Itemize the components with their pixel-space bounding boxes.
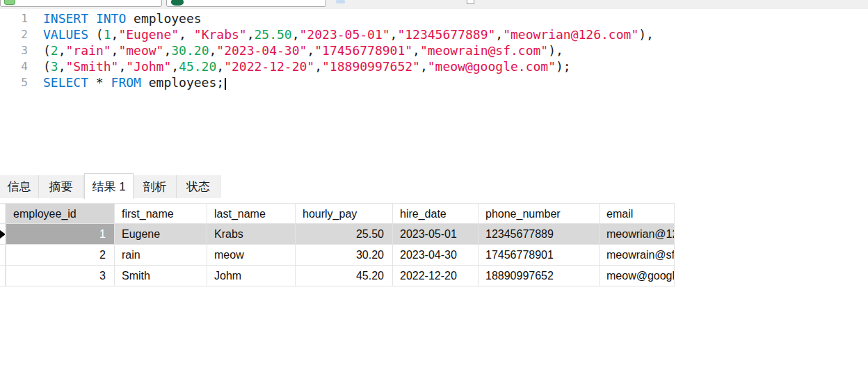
sql-token-pl (88, 11, 96, 26)
line-number: 3 (0, 42, 33, 58)
column-header-hourly_pay[interactable]: hourly_pay (296, 203, 393, 224)
sql-token-pl: , (495, 27, 503, 42)
cell-employee_id[interactable]: 3 (6, 266, 115, 286)
cell-hourly_pay[interactable]: 25.50 (296, 224, 393, 245)
grid-header-gutter (0, 203, 6, 224)
row-gutter (0, 224, 6, 245)
sql-token-pl: , (58, 59, 66, 74)
row-gutter (0, 245, 6, 266)
tab-剖析[interactable]: 剖析 (134, 175, 177, 198)
sql-token-num: 45.20 (179, 59, 216, 74)
cell-phone_number[interactable]: 18890997652 (479, 266, 600, 286)
cell-employee_id[interactable]: 1 (6, 224, 115, 245)
cell-phone_number[interactable]: 12345677889 (479, 224, 600, 245)
sql-token-str: "Krabs" (194, 27, 247, 42)
current-row-indicator (0, 230, 6, 238)
code-text: (2,"rain","meow",30.20,"2023-04-30","174… (33, 42, 563, 58)
cell-first_name[interactable]: rain (115, 245, 207, 266)
cell-employee_id[interactable]: 2 (6, 245, 115, 266)
cell-email[interactable]: meowrain@sf.com (600, 245, 675, 266)
cell-last_name[interactable]: Krabs (207, 224, 296, 245)
sql-token-pl: , (163, 43, 171, 58)
column-header-phone_number[interactable]: phone_number (479, 203, 600, 224)
sql-token-kw: FROM (111, 75, 141, 90)
table-row[interactable]: 1EugeneKrabs25.502023-05-0112345677889me… (0, 224, 675, 245)
row-gutter (0, 266, 6, 286)
sql-token-str: "Eugene" (118, 27, 179, 42)
line-number: 1 (0, 10, 33, 26)
sql-token-str: "Johm" (126, 59, 171, 74)
sql-token-str: "12345677889" (397, 27, 495, 42)
cell-first_name[interactable]: Eugene (115, 224, 207, 245)
tab-状态[interactable]: 状态 (177, 175, 220, 198)
editor-line[interactable]: 4(3,"Smith","Johm",45.20,"2022-12-20","1… (0, 58, 868, 74)
cell-email[interactable]: meow@google.com (600, 266, 675, 286)
sql-token-pl: , (171, 59, 179, 74)
cell-hourly_pay[interactable]: 45.20 (296, 266, 393, 286)
sql-token-str: "2022-12-20" (224, 59, 314, 74)
column-header-hire_date[interactable]: hire_date (393, 203, 479, 224)
editor-line[interactable]: 2VALUES (1,"Eugene", "Krabs",25.50,"2023… (0, 26, 868, 42)
connection-select[interactable] (0, 0, 162, 7)
sql-token-num: 1 (104, 27, 111, 42)
cell-hire_date[interactable]: 2023-04-30 (393, 245, 479, 266)
toolbar-blue-icon (336, 0, 345, 3)
editor-line[interactable]: 5SELECT * FROM employees; (0, 74, 868, 90)
sql-token-num: 30.20 (171, 43, 209, 58)
sql-token-str: "meowrain@sf.com" (420, 43, 548, 58)
sql-editor[interactable]: 1INSERT INTO employees2VALUES (1,"Eugene… (0, 9, 868, 172)
tab-结果-1[interactable]: 结果 1 (84, 173, 134, 199)
database-select[interactable] (166, 0, 326, 7)
grid-header-row: employee_idfirst_namelast_namehourly_pay… (0, 203, 675, 224)
cell-phone_number[interactable]: 17456778901 (479, 245, 600, 266)
cell-hire_date[interactable]: 2022-12-20 (393, 266, 479, 286)
sql-token-str: "rain" (66, 43, 111, 58)
toolbar-square-icon (467, 0, 474, 4)
sql-token-str: "2023-05-01" (300, 27, 390, 42)
sql-token-pl: ( (88, 27, 104, 42)
column-header-last_name[interactable]: last_name (207, 203, 296, 224)
column-header-first_name[interactable]: first_name (115, 203, 207, 224)
cell-hourly_pay[interactable]: 30.20 (296, 245, 393, 266)
sql-token-pl: , (307, 43, 314, 58)
sql-token-num: 3 (51, 59, 58, 74)
sql-token-str: "meow" (118, 43, 163, 58)
sql-token-pl: ( (43, 43, 51, 58)
result-tabbar: 信息摘要结果 1剖析状态 (0, 172, 868, 199)
sql-token-pl: , (209, 43, 216, 58)
sql-token-pl: , (111, 43, 119, 58)
sql-token-pl: ), (638, 27, 654, 42)
sql-token-num: 25.50 (255, 27, 292, 42)
sql-token-pl: * (88, 75, 111, 90)
sql-token-str: "17456778901" (314, 43, 412, 58)
connection-icon (4, 0, 15, 5)
text-caret (225, 78, 226, 90)
sql-token-pl: , (216, 59, 224, 74)
sql-token-pl: , (390, 27, 398, 42)
table-row[interactable]: 3SmithJohm45.202022-12-2018890997652meow… (0, 266, 675, 286)
toolbar-remnant (0, 0, 868, 9)
sql-token-pl: , (314, 59, 322, 74)
sql-token-kw: INTO (96, 11, 126, 26)
sql-token-str: "meowrian@126.com" (503, 27, 638, 42)
line-number: 5 (0, 74, 33, 90)
editor-line[interactable]: 1INSERT INTO employees (0, 10, 868, 26)
tab-摘要[interactable]: 摘要 (39, 175, 83, 198)
column-header-employee_id[interactable]: employee_id (6, 203, 115, 224)
sql-token-str: "18890997652" (322, 59, 420, 74)
sql-token-pl: , (292, 27, 300, 42)
sql-token-pl: employees (126, 11, 201, 26)
sql-token-num: 2 (51, 43, 58, 58)
sql-token-kw: SELECT (43, 75, 88, 90)
cell-last_name[interactable]: meow (207, 245, 296, 266)
editor-line[interactable]: 3(2,"rain","meow",30.20,"2023-04-30","17… (0, 42, 868, 58)
column-header-email[interactable]: email (600, 203, 675, 224)
tab-信息[interactable]: 信息 (0, 175, 39, 198)
sql-token-str: "Smith" (66, 59, 119, 74)
cell-hire_date[interactable]: 2023-05-01 (393, 224, 479, 245)
table-row[interactable]: 2rainmeow30.202023-04-3017456778901meowr… (0, 245, 675, 266)
cell-first_name[interactable]: Smith (115, 266, 207, 286)
sql-token-str: "2023-04-30" (216, 43, 307, 58)
cell-email[interactable]: meowrian@126.com (600, 224, 675, 245)
cell-last_name[interactable]: Johm (207, 266, 296, 286)
